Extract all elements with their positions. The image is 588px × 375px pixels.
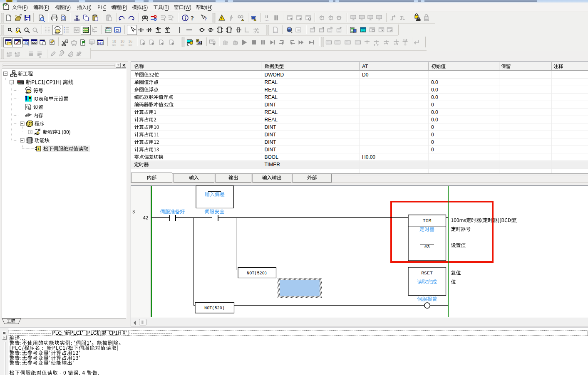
svg-text:16: 16 [128,39,132,44]
svg-text:NOT(520): NOT(520) [247,271,267,276]
svg-text:REAL: REAL [265,94,278,100]
svg-text:REAL: REAL [265,109,278,115]
svg-text:DINT: DINT [265,139,277,145]
svg-text:AT: AT [362,64,368,69]
svg-text:DINT: DINT [265,147,277,153]
svg-text:REAL: REAL [265,87,278,93]
svg-text:0.0: 0.0 [431,109,438,115]
svg-text:H0.00: H0.00 [362,154,375,160]
svg-text:0.0: 0.0 [431,94,438,100]
svg-text:DINT: DINT [265,132,277,138]
svg-text:TIM: TIM [423,218,432,223]
svg-text:ram: ram [129,44,132,46]
svg-text:?: ? [204,16,207,21]
svg-text:SMA: SMA [106,27,111,29]
svg-text:10: 10 [112,39,116,44]
svg-text:RSET: RSET [421,270,433,276]
svg-text:DINT: DINT [265,124,277,130]
svg-text:0.0: 0.0 [431,117,438,123]
svg-text:0: 0 [431,139,434,145]
svg-text:0.0: 0.0 [431,87,438,93]
svg-text:?: ? [191,15,194,22]
svg-text:BOOL: BOOL [265,154,279,160]
svg-text:0: 0 [431,132,434,138]
svg-text:10: 10 [120,39,124,44]
svg-text:CI: CI [116,28,119,32]
svg-text:0: 0 [431,124,434,130]
svg-text:0.0: 0.0 [431,79,438,85]
svg-text:0: 0 [431,147,434,153]
svg-text:DWORD: DWORD [265,72,284,78]
svg-text:rarr: rarr [265,19,268,22]
svg-text:REAL: REAL [265,79,278,85]
svg-text:0: 0 [431,102,434,108]
svg-text:002: 002 [98,42,103,45]
svg-text:L: L [37,147,40,151]
svg-text:ram: ram [112,44,116,46]
svg-text:DINT: DINT [265,102,277,108]
svg-text:TIMER: TIMER [265,162,280,168]
svg-text:#3: #3 [424,244,429,249]
svg-text:REAL: REAL [265,117,278,123]
svg-text:D0: D0 [362,72,369,78]
svg-text:ram: ram [121,44,124,46]
svg-text:NOT(520): NOT(520) [204,306,225,311]
svg-text:rarr: rarr [273,31,277,33]
